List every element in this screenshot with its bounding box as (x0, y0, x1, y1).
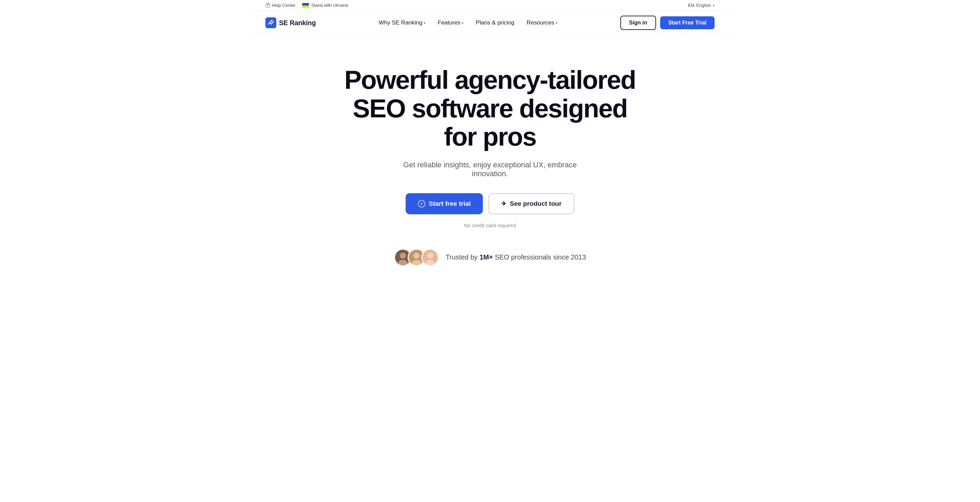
nav-link-plans[interactable]: Plans & pricing (476, 19, 514, 26)
svg-rect-0 (266, 17, 276, 28)
language-selector[interactable]: EN English ▾ (688, 3, 714, 8)
ukraine-flag-icon (302, 3, 309, 8)
nav-link-resources[interactable]: Resources ▾ (527, 19, 557, 26)
trusted-text: Trusted by 1M+ SEO professionals since 2… (446, 253, 586, 261)
lang-code: EN (688, 3, 694, 8)
logo-text: SE Ranking (279, 19, 316, 27)
avatar-stack (394, 249, 439, 266)
main-navbar: SE Ranking Why SE Ranking ▾ Features ▾ P… (245, 11, 735, 35)
svg-point-2 (400, 253, 406, 259)
lang-label: English (696, 3, 711, 8)
trusted-section: Trusted by 1M+ SEO professionals since 2… (394, 249, 586, 280)
nav-item-features[interactable]: Features ▾ (438, 19, 463, 26)
nav-label-plans: Plans & pricing (476, 19, 514, 26)
nav-link-why[interactable]: Why SE Ranking ▾ (379, 19, 426, 26)
nav-label-resources: Resources (527, 19, 554, 26)
paper-plane-icon: ✈ (501, 200, 506, 208)
ukraine-link[interactable]: Stand with Ukraine (302, 3, 348, 8)
hero-buttons: ✓ Start free trial ✈ See product tour (406, 193, 575, 214)
topbar: ? Help Center Stand with Ukraine EN Engl… (245, 0, 735, 11)
chevron-down-icon: ▾ (713, 3, 714, 7)
trusted-count: 1M+ (479, 253, 493, 261)
trusted-prefix: Trusted by (446, 253, 479, 261)
nav-item-plans[interactable]: Plans & pricing (476, 19, 514, 26)
trusted-suffix: SEO professionals since 2013 (493, 253, 586, 261)
topbar-left: ? Help Center Stand with Ukraine (266, 3, 348, 8)
signin-button[interactable]: Sign in (620, 16, 656, 30)
product-tour-button[interactable]: ✈ See product tour (488, 193, 574, 214)
logo-link[interactable]: SE Ranking (266, 17, 316, 28)
chevron-down-icon: ▾ (556, 21, 557, 25)
nav-label-features: Features (438, 19, 460, 26)
avatar-3 (421, 249, 439, 266)
help-icon: ? (266, 3, 270, 8)
chevron-down-icon: ▾ (462, 21, 463, 25)
svg-point-8 (427, 253, 433, 259)
ukraine-label: Stand with Ukraine (311, 3, 348, 8)
hero-section: Powerful agency-tailored SEO software de… (245, 35, 735, 300)
nav-item-resources[interactable]: Resources ▾ (527, 19, 557, 26)
nav-item-why[interactable]: Why SE Ranking ▾ (379, 19, 426, 26)
no-credit-card-note: No credit card required (464, 222, 516, 228)
start-trial-label: Start free trial (429, 200, 471, 208)
check-circle-icon: ✓ (418, 200, 425, 208)
help-center-link[interactable]: ? Help Center (266, 3, 295, 8)
help-center-label: Help Center (272, 3, 295, 8)
start-free-trial-button[interactable]: Start Free Trial (660, 16, 714, 29)
hero-subtitle: Get reliable insights, enjoy exceptional… (388, 160, 592, 178)
chevron-down-icon: ▾ (424, 21, 425, 25)
nav-links: Why SE Ranking ▾ Features ▾ Plans & pric… (379, 19, 557, 26)
nav-link-features[interactable]: Features ▾ (438, 19, 463, 26)
nav-actions: Sign in Start Free Trial (620, 16, 714, 30)
svg-point-5 (414, 253, 420, 259)
hero-title: Powerful agency-tailored SEO software de… (337, 66, 643, 151)
start-free-trial-hero-button[interactable]: ✓ Start free trial (406, 193, 483, 214)
logo-icon (266, 17, 276, 28)
nav-label-why: Why SE Ranking (379, 19, 423, 26)
product-tour-label: See product tour (510, 200, 562, 208)
